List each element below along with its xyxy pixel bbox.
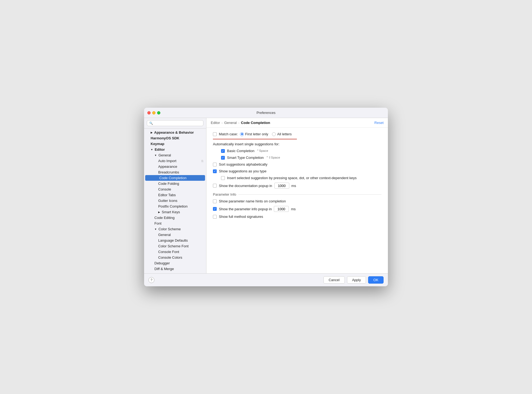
cancel-button[interactable]: Cancel (323, 276, 345, 284)
match-case-checkbox[interactable] (213, 132, 217, 136)
sidebar-item-console-colors[interactable]: Console Colors (144, 255, 206, 260)
sidebar-item-language-defaults[interactable]: Language Defaults (144, 238, 206, 243)
sort-alphabetically-checkbox[interactable] (213, 163, 217, 166)
breadcrumb-bar: Editor › General › Code Completion Reset (206, 118, 388, 128)
section-divider (238, 194, 381, 195)
minimize-button[interactable] (152, 111, 155, 114)
main-content: 🔍 ▶ Appearance & Behavior HarmonyOS SDK … (144, 118, 388, 273)
show-full-signatures-checkbox[interactable] (213, 215, 217, 219)
sidebar-item-label: Code Folding (158, 182, 179, 186)
sidebar-item-appearance-behavior[interactable]: ▶ Appearance & Behavior (144, 130, 206, 135)
insert-by-space-row: Insert selected suggestion by pressing s… (213, 176, 381, 180)
radio-label-all-letters: All letters (277, 132, 291, 136)
sidebar-item-auto-import[interactable]: Auto Import ⎘ (144, 158, 206, 164)
sidebar-list: ▶ Appearance & Behavior HarmonyOS SDK Ke… (144, 129, 206, 273)
match-case-row: Match case: First letter only All letter… (213, 132, 381, 136)
show-param-name-hints-row: Show parameter name hints on completion (213, 199, 381, 203)
breadcrumb-sep1: › (222, 121, 223, 124)
window-title: Preferences (257, 111, 275, 115)
show-as-you-type-checkbox[interactable] (213, 169, 217, 173)
sidebar-item-code-folding[interactable]: Code Folding (144, 181, 206, 186)
show-param-info-popup-input[interactable] (274, 206, 289, 212)
show-param-info-popup-checkbox[interactable] (213, 207, 217, 211)
sidebar-item-keymap[interactable]: Keymap (144, 141, 206, 147)
sidebar-item-editor-tabs[interactable]: Editor Tabs (144, 192, 206, 198)
show-full-signatures-row: Show full method signatures (213, 215, 381, 219)
chevron-icon: ▼ (151, 148, 153, 151)
match-case-label: Match case: (219, 132, 238, 136)
sidebar-item-gutter-icons[interactable]: Gutter Icons (144, 198, 206, 203)
footer: ? Cancel Apply OK (144, 273, 388, 286)
sidebar-item-label: Editor (155, 147, 165, 152)
sidebar-item-label: Keymap (151, 142, 164, 146)
chevron-icon: ▼ (154, 228, 157, 231)
parameter-info-section: Parameter Info (213, 192, 381, 196)
sidebar-item-label: Editor Tabs (158, 193, 176, 197)
sidebar-item-console[interactable]: Console (144, 186, 206, 192)
sidebar-item-label: Font (154, 221, 161, 225)
sidebar-item-label: Code Completion (159, 176, 186, 180)
show-doc-popup-label: Show the documentation popup in (219, 184, 272, 188)
sidebar-item-harmonyos-sdk[interactable]: HarmonyOS SDK (144, 135, 206, 141)
sidebar-item-code-editing[interactable]: Code Editing (144, 215, 206, 221)
sidebar-item-diff-merge[interactable]: Diff & Merge (144, 266, 206, 272)
search-input[interactable] (154, 121, 201, 125)
help-button[interactable]: ? (148, 277, 154, 283)
titlebar: Preferences (144, 108, 388, 118)
sidebar-item-console-font[interactable]: Console Font (144, 249, 206, 255)
breadcrumb-editor[interactable]: Editor (211, 121, 220, 125)
maximize-button[interactable] (157, 111, 160, 114)
radio-btn-all-letters[interactable] (272, 132, 276, 136)
sidebar-item-label: General (158, 153, 171, 157)
radio-all-letters[interactable]: All letters (272, 132, 291, 136)
show-param-name-hints-checkbox[interactable] (213, 199, 217, 203)
sidebar-item-editor[interactable]: ▼ Editor (144, 147, 206, 152)
right-panel: Editor › General › Code Completion Reset… (206, 118, 388, 273)
sidebar-item-postfix-completion[interactable]: Postfix Completion (144, 203, 206, 209)
chevron-icon: ▶ (158, 211, 160, 214)
show-param-name-hints-label: Show parameter name hints on completion (219, 199, 286, 203)
chevron-icon: ▼ (154, 154, 157, 157)
reset-button[interactable]: Reset (374, 121, 384, 125)
insert-by-space-checkbox[interactable] (221, 176, 225, 180)
sidebar-item-cs-general[interactable]: General (144, 232, 206, 238)
sidebar: 🔍 ▶ Appearance & Behavior HarmonyOS SDK … (144, 118, 206, 273)
sidebar-item-label: General (158, 233, 171, 237)
sort-alphabetically-row: Sort suggestions alphabetically (213, 162, 381, 166)
sidebar-item-label: Color Scheme (158, 227, 181, 231)
show-doc-popup-checkbox[interactable] (213, 184, 217, 188)
sidebar-item-debugger[interactable]: Debugger (144, 260, 206, 266)
close-button[interactable] (147, 111, 151, 114)
smart-type-completion-checkbox[interactable] (221, 156, 225, 160)
breadcrumb-sep2: › (238, 121, 239, 124)
auto-insert-label: Automatically insert single suggestions … (213, 142, 280, 146)
sidebar-item-code-completion[interactable]: Code Completion (145, 175, 205, 181)
apply-button[interactable]: Apply (347, 276, 366, 284)
parameter-info-title: Parameter Info (213, 192, 236, 196)
sidebar-item-label: HarmonyOS SDK (151, 136, 179, 140)
smart-type-completion-label: Smart Type Completion (227, 156, 264, 160)
ok-button[interactable]: OK (368, 276, 384, 284)
basic-completion-label: Basic Completion (227, 149, 254, 153)
search-icon: 🔍 (149, 122, 153, 125)
radio-btn-first-letter[interactable] (240, 132, 244, 136)
search-input-wrap[interactable]: 🔍 (147, 120, 203, 126)
sidebar-item-font[interactable]: Font (144, 221, 206, 226)
sidebar-item-label: Debugger (154, 261, 170, 265)
sidebar-item-label: Diff & Merge (154, 267, 174, 271)
sidebar-item-breadcrumbs[interactable]: Breadcrumbs (144, 169, 206, 175)
sidebar-item-smart-keys[interactable]: ▶ Smart Keys (144, 209, 206, 215)
basic-completion-checkbox[interactable] (221, 149, 225, 153)
match-case-radio-group: First letter only All letters (240, 132, 292, 136)
breadcrumb-general[interactable]: General (224, 121, 237, 125)
sidebar-item-color-scheme[interactable]: ▼ Color Scheme (144, 226, 206, 232)
sidebar-item-color-scheme-font[interactable]: Color Scheme Font (144, 243, 206, 249)
sidebar-item-appearance[interactable]: Appearance (144, 164, 206, 169)
sidebar-item-general[interactable]: ▼ General (144, 152, 206, 158)
breadcrumb-code-completion: Code Completion (241, 121, 270, 125)
show-doc-popup-input[interactable] (274, 183, 289, 189)
radio-first-letter[interactable]: First letter only (240, 132, 268, 136)
sidebar-item-label: Appearance (158, 165, 177, 169)
show-doc-popup-row: Show the documentation popup in ms (213, 183, 381, 189)
sidebar-item-label: Postfix Completion (158, 204, 187, 208)
